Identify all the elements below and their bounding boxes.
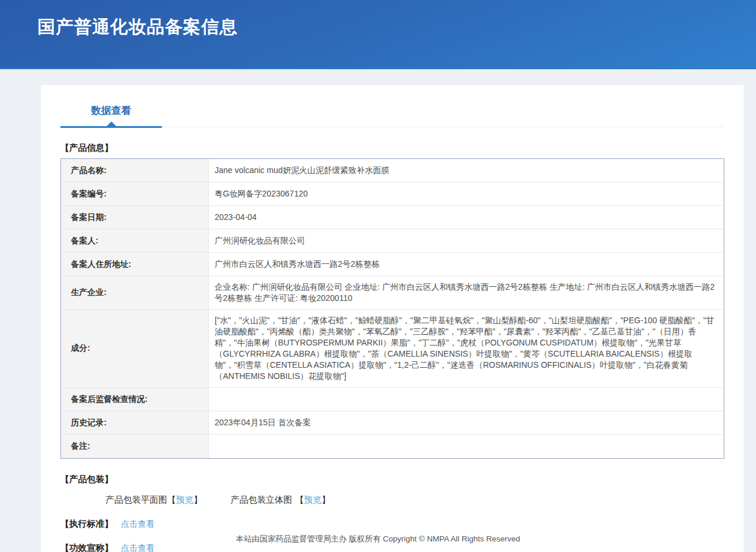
row-label: 备案编号: — [61, 182, 209, 205]
table-row: 产品名称: Jane volcanic mud妍泥火山泥舒缓紧致补水面膜 — [61, 159, 724, 182]
row-value: 企业名称: 广州润研化妆品有限公司 企业地址: 广州市白云区人和镇秀水塘西一路2… — [209, 276, 724, 309]
row-value: ["水"，"火山泥"，"甘油"，"液体石蜡"，"鲸蜡硬脂醇"，"聚二甲基硅氧烷"… — [209, 310, 724, 387]
bracket-close: 】 — [321, 495, 330, 504]
execution-standard-view-link[interactable]: 点击查看 — [121, 519, 155, 529]
footer-copyright: 本站由国家药品监督管理局主办 版权所有 Copyright © NMPA All… — [0, 534, 756, 544]
bracket-open: 【 — [295, 495, 304, 504]
section-title-product-info: 【产品信息】 — [60, 143, 724, 154]
row-label: 备案日期: — [61, 206, 209, 229]
row-label: 成分: — [61, 310, 209, 387]
execution-standard-label: 【执行标准】 — [60, 519, 113, 529]
row-label: 生产企业: — [61, 276, 209, 309]
packaging-links-row: 产品包装平面图【预览】 产品包装立体图【预览】 — [106, 495, 724, 506]
execution-standard-row: 【执行标准】点击查看 — [60, 519, 724, 530]
bracket-close: 】 — [194, 495, 202, 504]
table-row: 备案人住所地址: 广州市白云区人和镇秀水塘西一路2号2栋整栋 — [61, 253, 724, 276]
page-header-banner: 国产普通化妆品备案信息 — [0, 0, 756, 69]
row-value: Jane volcanic mud妍泥火山泥舒缓紧致补水面膜 — [209, 159, 724, 182]
table-row: 备案后监督检查情况: — [61, 388, 724, 411]
packaging-flat-preview-link[interactable]: 预览 — [176, 495, 194, 504]
packaging-stereo-label: 产品包装立体图 — [230, 495, 292, 504]
packaging-flat-item: 产品包装平面图【预览】 — [106, 495, 202, 506]
row-value: 广州市白云区人和镇秀水塘西一路2号2栋整栋 — [209, 253, 724, 276]
packaging-stereo-preview-link[interactable]: 预览 — [304, 495, 321, 504]
efficacy-claim-view-link[interactable]: 点击查看 — [121, 543, 155, 552]
content-card: 数据查看 【产品信息】 产品名称: Jane volcanic mud妍泥火山泥… — [41, 85, 744, 552]
table-row: 备注: — [61, 435, 724, 458]
row-value — [209, 388, 724, 411]
packaging-flat-label: 产品包装平面图 — [106, 495, 167, 504]
table-row: 备案日期: 2023-04-04 — [61, 206, 724, 229]
tabs-bar: 数据查看 — [60, 104, 724, 127]
table-row: 成分: ["水"，"火山泥"，"甘油"，"液体石蜡"，"鲸蜡硬脂醇"，"聚二甲基… — [61, 310, 724, 388]
row-label: 备注: — [61, 435, 209, 458]
row-value — [209, 435, 724, 458]
table-row: 备案编号: 粤G妆网备字2023067120 — [61, 182, 724, 206]
row-label: 产品名称: — [61, 159, 209, 182]
page-title: 国产普通化妆品备案信息 — [0, 0, 756, 38]
row-value: 广州润研化妆品有限公司 — [209, 229, 724, 252]
tab-data-view[interactable]: 数据查看 — [60, 104, 162, 128]
packaging-stereo-item: 产品包装立体图【预览】 — [230, 495, 330, 506]
row-label: 备案人住所地址: — [61, 253, 209, 276]
row-label: 备案后监督检查情况: — [61, 388, 209, 411]
table-row: 历史记录: 2023年04月15日 首次备案 — [61, 411, 724, 435]
table-row: 备案人: 广州润研化妆品有限公司 — [61, 229, 724, 253]
row-value: 2023-04-04 — [209, 206, 724, 229]
row-value: 粤G妆网备字2023067120 — [209, 182, 724, 205]
product-info-table: 产品名称: Jane volcanic mud妍泥火山泥舒缓紧致补水面膜 备案编… — [60, 158, 724, 459]
table-row: 生产企业: 企业名称: 广州润研化妆品有限公司 企业地址: 广州市白云区人和镇秀… — [61, 276, 724, 310]
row-label: 备案人: — [61, 229, 209, 252]
row-label: 历史记录: — [61, 411, 209, 434]
row-value: 2023年04月15日 首次备案 — [209, 411, 724, 434]
section-title-packaging: 【产品包装】 — [60, 474, 724, 485]
bracket-open: 【 — [167, 495, 176, 504]
